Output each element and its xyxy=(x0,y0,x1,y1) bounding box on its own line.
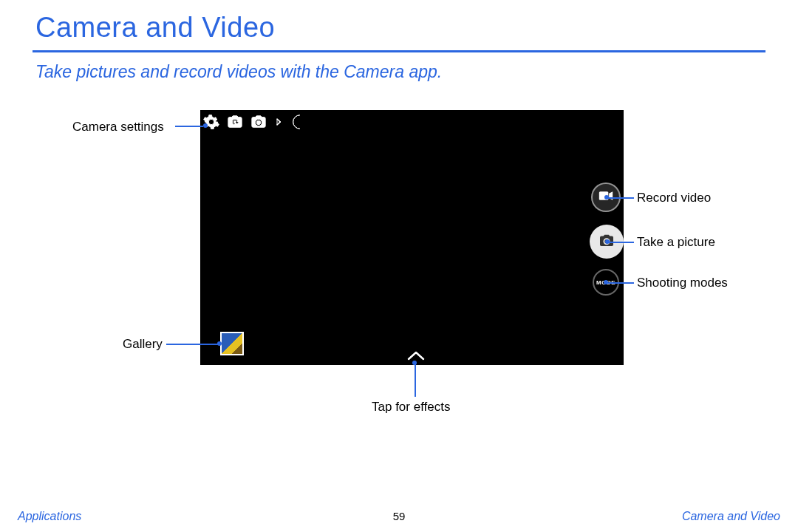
leader-line xyxy=(166,344,218,345)
title-rule xyxy=(33,50,765,52)
chevron-up-icon[interactable] xyxy=(407,350,425,361)
footer-topic: Camera and Video xyxy=(682,510,780,523)
callout-take-picture: Take a picture xyxy=(637,235,715,250)
leader-line xyxy=(609,242,634,243)
leader-line xyxy=(607,197,634,199)
gallery-thumbnail[interactable] xyxy=(220,332,244,355)
camera-viewfinder xyxy=(200,110,624,365)
page-title: Camera and Video xyxy=(35,12,275,44)
leader-dot xyxy=(203,123,208,128)
leader-dot xyxy=(412,361,417,365)
leader-line xyxy=(607,282,634,284)
footer-page-number: 59 xyxy=(0,510,798,522)
hdr-camera-icon[interactable] xyxy=(250,114,267,130)
callout-tap-effects: Tap for effects xyxy=(372,400,450,415)
camera-top-icons xyxy=(203,114,307,130)
page-footer: Applications 59 Camera and Video xyxy=(0,510,798,528)
chevron-right-icon[interactable] xyxy=(274,114,283,130)
leader-line xyxy=(175,126,203,127)
leader-dot xyxy=(605,239,610,244)
page-subtitle: Take pictures and record videos with the… xyxy=(35,62,442,82)
callout-camera-settings: Camera settings xyxy=(72,120,164,134)
leader-line xyxy=(415,363,416,397)
switch-camera-icon[interactable] xyxy=(227,114,243,130)
callout-shooting-modes: Shooting modes xyxy=(637,276,728,290)
leader-dot xyxy=(217,341,222,346)
night-moon-icon[interactable] xyxy=(290,114,307,130)
leader-dot xyxy=(604,195,609,200)
manual-page: Camera and Video Take pictures and recor… xyxy=(0,0,798,532)
callout-record-video: Record video xyxy=(637,191,711,205)
leader-dot xyxy=(604,280,608,284)
callout-gallery: Gallery xyxy=(123,337,163,352)
